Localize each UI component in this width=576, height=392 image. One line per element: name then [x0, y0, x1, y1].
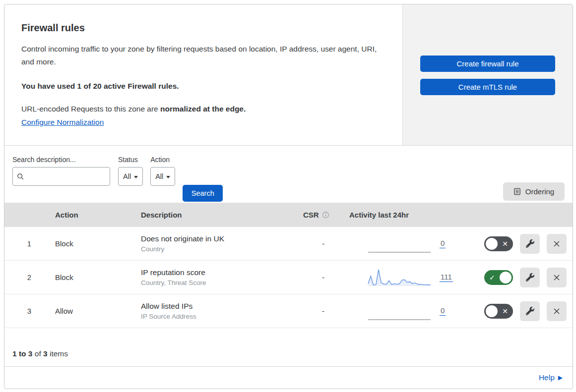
rule-csr-value: -	[297, 239, 349, 248]
items-of-text: of	[32, 349, 43, 358]
search-input[interactable]	[27, 172, 106, 180]
action-filter-group: Action All	[150, 156, 183, 186]
activity-count-link[interactable]: 0	[440, 239, 446, 248]
filter-bar: Search description... Status All Action …	[4, 146, 573, 203]
rule-description: IP reputation score	[141, 268, 297, 277]
items-total-bold: 3	[43, 349, 48, 358]
search-description-label: Search description...	[12, 156, 110, 164]
toggle-state-icon: ✕	[502, 239, 508, 247]
wrench-icon	[526, 239, 534, 248]
action-label: Action	[150, 156, 183, 164]
firewall-rules-panel: Firewall rules Control incoming traffic …	[4, 4, 573, 389]
rule-description: Allow listed IPs	[141, 302, 297, 311]
rule-controls: ✕	[458, 301, 573, 321]
header-section: Firewall rules Control incoming traffic …	[4, 4, 573, 146]
table-header-row: Action Description CSR Activity last 24h…	[4, 203, 573, 227]
column-header-description: Description	[141, 211, 297, 219]
rule-controls: ✓	[458, 268, 573, 287]
rule-action: Allow	[54, 307, 141, 315]
wrench-icon	[526, 273, 534, 281]
search-icon	[17, 173, 24, 180]
configure-rule-button[interactable]	[520, 301, 540, 321]
rule-criteria: IP Source Address	[141, 313, 297, 320]
status-label: Status	[118, 156, 150, 164]
x-icon	[553, 274, 561, 281]
activity-count-link[interactable]: 111	[440, 273, 453, 282]
page-title: Firewall rules	[21, 22, 387, 34]
rule-activity-cell: 111	[349, 267, 458, 288]
column-header-csr: CSR	[297, 211, 349, 219]
rule-csr-value: -	[297, 273, 349, 281]
rule-number: 3	[4, 307, 54, 315]
delete-rule-button[interactable]	[547, 268, 567, 287]
x-icon	[553, 240, 561, 248]
search-field-group: Search description...	[12, 156, 110, 186]
rule-number: 2	[4, 273, 54, 281]
rule-action: Block	[54, 239, 141, 248]
activity-count-link[interactable]: 0	[440, 306, 446, 316]
column-header-action: Action	[54, 211, 141, 219]
header-text-area: Firewall rules Control incoming traffic …	[4, 4, 402, 145]
action-selected-value: All	[155, 172, 163, 180]
chevron-down-icon	[134, 176, 138, 178]
help-link[interactable]: Help ▶	[539, 373, 563, 382]
rule-row: 1 Block Does not originate in UK Country…	[4, 227, 573, 261]
delete-rule-button[interactable]	[547, 234, 567, 254]
rule-description-cell: IP reputation score Country, Threat Scor…	[141, 268, 297, 286]
normalization-note: URL-encoded Requests to this zone are no…	[21, 105, 387, 113]
wrench-icon	[526, 307, 534, 315]
status-filter-group: Status All	[118, 156, 150, 186]
rule-action: Block	[54, 273, 141, 281]
status-select[interactable]: All	[118, 167, 143, 186]
action-select[interactable]: All	[150, 167, 175, 186]
configure-normalization-link[interactable]: Configure Normalization	[21, 118, 104, 126]
rule-toggle[interactable]: ✕	[484, 304, 513, 319]
toggle-knob	[500, 272, 512, 283]
delete-rule-button[interactable]	[547, 301, 567, 321]
ordering-list-icon	[513, 188, 521, 195]
activity-sparkline	[367, 233, 432, 255]
search-box[interactable]	[12, 167, 110, 186]
x-icon	[553, 307, 561, 315]
search-button[interactable]: Search	[183, 185, 223, 202]
toggle-state-icon: ✓	[489, 273, 495, 281]
rule-criteria: Country	[141, 245, 297, 253]
items-range-text: 1 to 3 of 3 items	[4, 328, 573, 366]
usage-summary: You have used 1 of 20 active Firewall ru…	[21, 82, 387, 91]
status-selected-value: All	[123, 172, 131, 180]
chevron-down-icon	[166, 176, 170, 178]
column-header-activity: Activity last 24hr	[349, 211, 458, 219]
page-description: Control incoming traffic to your zone by…	[21, 43, 387, 69]
actions-panel: Create firewall rule Create mTLS rule	[402, 4, 573, 145]
help-row: Help ▶	[4, 366, 573, 389]
toggle-knob	[486, 238, 498, 250]
info-icon[interactable]	[322, 211, 329, 219]
normalization-bold-text: normalized at the edge.	[160, 105, 246, 113]
rule-toggle[interactable]: ✕	[484, 236, 513, 251]
csr-header-label: CSR	[303, 211, 319, 219]
toggle-state-icon: ✕	[502, 307, 508, 315]
ordering-button-label: Ordering	[525, 187, 554, 196]
rule-row: 3 Allow Allow listed IPs IP Source Addre…	[4, 294, 573, 328]
items-range-bold: 1 to 3	[12, 349, 32, 358]
rule-csr-value: -	[297, 307, 349, 315]
rule-activity-cell: 0	[349, 233, 458, 255]
normalization-text: URL-encoded Requests to this zone are	[21, 105, 160, 113]
rule-description-cell: Allow listed IPs IP Source Address	[141, 302, 297, 320]
rule-description: Does not originate in UK	[141, 234, 297, 243]
rule-criteria: Country, Threat Score	[141, 279, 297, 286]
rule-description-cell: Does not originate in UK Country	[141, 234, 297, 253]
configure-rule-button[interactable]	[520, 268, 540, 287]
activity-sparkline	[367, 267, 432, 288]
rule-controls: ✕	[458, 234, 573, 254]
ordering-button[interactable]: Ordering	[503, 182, 565, 201]
configure-rule-button[interactable]	[520, 234, 540, 254]
create-firewall-rule-button[interactable]: Create firewall rule	[420, 56, 555, 72]
rule-activity-cell: 0	[349, 300, 458, 322]
toggle-knob	[486, 305, 498, 317]
rule-row: 2 Block IP reputation score Country, Thr…	[4, 261, 573, 294]
help-arrow-icon: ▶	[558, 375, 563, 381]
create-mtls-rule-button[interactable]: Create mTLS rule	[420, 79, 555, 95]
rule-toggle[interactable]: ✓	[484, 270, 513, 285]
help-link-label: Help	[539, 373, 555, 382]
